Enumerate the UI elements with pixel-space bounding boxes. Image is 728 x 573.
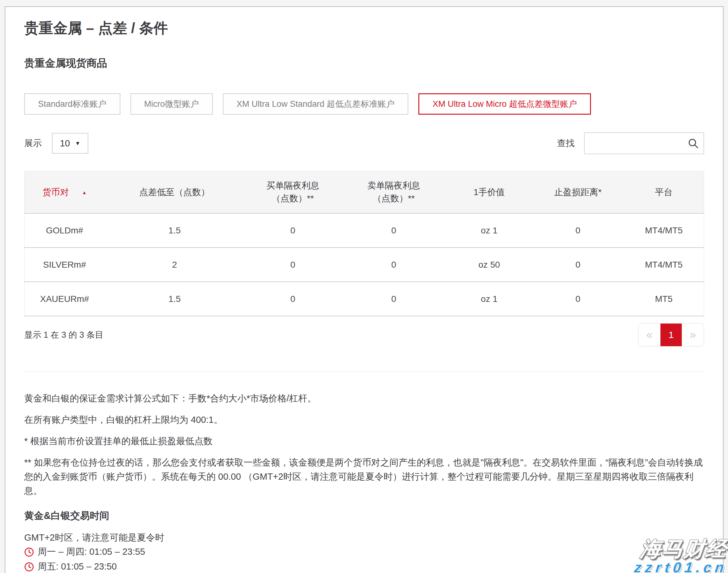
cell-spread: 1.5: [105, 282, 245, 316]
table-row: SILVERm# 2 0 0 oz 50 0 MT4/MT5: [25, 248, 704, 282]
tab-ultra-low-micro[interactable]: XM Ultra Low Micro 超低点差微型账户: [419, 93, 591, 115]
pagination-page-1-button[interactable]: 1: [661, 323, 682, 346]
cell-stop-level: 0: [532, 213, 624, 248]
show-entries-label: 展示: [24, 137, 42, 149]
cell-stop-level: 0: [532, 282, 624, 316]
tab-micro[interactable]: Micro微型账户: [131, 93, 213, 115]
page-size-value: 10: [60, 138, 70, 149]
page-subtitle: 贵重金属现货商品: [24, 58, 704, 68]
pagination-next-button[interactable]: »: [682, 323, 704, 346]
search-icon[interactable]: [687, 137, 699, 149]
page-title: 贵重金属 – 点差 / 条件: [24, 7, 704, 35]
cell-stop-level: 0: [532, 248, 624, 282]
clock-icon: [24, 562, 34, 572]
column-header-symbol-label: 货币对: [42, 187, 69, 197]
chevron-down-icon: ▼: [75, 141, 81, 146]
tab-ultra-low-standard[interactable]: XM Ultra Low Standard 超低点差标准账户: [223, 93, 408, 115]
cell-platform: MT5: [624, 282, 704, 316]
site-watermark: 海马财经 zzrt01.cn: [634, 538, 727, 573]
cell-swap-short: 0: [341, 248, 446, 282]
clock-icon: [24, 547, 34, 557]
cell-platform: MT4/MT5: [624, 213, 704, 248]
note-swap-explanation: ** 如果您有仓位持仓过夜的话，那么您会支付或者获取一些金额，该金额便是两个货币…: [24, 456, 704, 498]
column-header-symbol[interactable]: 货币对▲: [25, 171, 105, 214]
entries-info: 显示 1 在 3 的 3 条目: [24, 329, 103, 341]
cell-platform: MT4/MT5: [624, 248, 704, 282]
table-controls: 展示 10 ▼ 查找: [24, 132, 704, 154]
page-size-select[interactable]: 10 ▼: [52, 133, 88, 154]
table-row: GOLDm# 1.5 0 0 oz 1 0 MT4/MT5: [25, 213, 704, 248]
trading-hours-friday-label: 周五: 01:05 – 23:50: [38, 561, 117, 573]
account-type-tabs: Standard标准账户 Micro微型账户 XM Ultra Low Stan…: [24, 93, 704, 115]
note-stop-level: * 根据当前市价设置挂单的最低止损盈最低点数: [24, 434, 704, 448]
trading-hours-mon-thu: 周一 – 周四: 01:05 – 23:55: [24, 546, 704, 558]
cell-swap-long: 0: [245, 282, 341, 316]
watermark-name: 海马财经: [633, 538, 728, 560]
search-box: [584, 132, 704, 154]
table-row: XAUEURm# 1.5 0 0 oz 1 0 MT5: [25, 282, 704, 316]
tab-standard[interactable]: Standard标准账户: [24, 93, 120, 115]
section-divider: [24, 372, 704, 372]
search-label: 查找: [557, 137, 575, 149]
note-margin-formula: 黄金和白银的保证金需求计算公式如下：手数*合约大小*市场价格/杠杆。: [24, 392, 704, 406]
pagination-prev-button[interactable]: «: [638, 323, 661, 346]
spreads-table: 货币对▲ 点差低至（点数） 买单隔夜利息 （点数）** 卖单隔夜利息 （点数）*…: [24, 171, 704, 316]
cell-symbol: SILVERm#: [25, 248, 105, 282]
trading-hours-heading: 黄金&白银交易时间: [24, 509, 704, 522]
pagination: « 1 »: [638, 323, 704, 347]
cell-lot-value: oz 1: [446, 213, 532, 248]
cell-symbol: GOLDm#: [25, 213, 105, 248]
search-input[interactable]: [585, 133, 703, 154]
table-footer: 显示 1 在 3 的 3 条目 « 1 »: [24, 323, 704, 347]
column-header-spread[interactable]: 点差低至（点数）: [105, 171, 245, 214]
watermark-site: zzrt01.cn: [634, 560, 728, 573]
timezone-note: GMT+2时区，请注意可能是夏令时: [24, 532, 704, 544]
cell-lot-value: oz 1: [446, 282, 532, 316]
cell-swap-long: 0: [245, 248, 341, 282]
column-header-lot-value[interactable]: 1手价值: [446, 171, 532, 214]
cell-symbol: XAUEURm#: [25, 282, 105, 316]
cell-swap-short: 0: [341, 282, 446, 316]
cell-swap-long: 0: [245, 213, 341, 248]
table-header-row: 货币对▲ 点差低至（点数） 买单隔夜利息 （点数）** 卖单隔夜利息 （点数）*…: [25, 171, 704, 214]
cell-swap-short: 0: [341, 213, 446, 248]
cell-spread: 1.5: [105, 213, 245, 248]
column-header-platform[interactable]: 平台: [624, 171, 704, 214]
column-header-stop-level[interactable]: 止盈损距离*: [532, 171, 624, 214]
note-silver-leverage: 在所有账户类型中，白银的杠杆上限均为 400:1。: [24, 413, 704, 427]
trading-hours-friday: 周五: 01:05 – 23:50: [24, 561, 704, 573]
column-header-swap-long[interactable]: 买单隔夜利息 （点数）**: [245, 171, 341, 214]
column-header-swap-short[interactable]: 卖单隔夜利息 （点数）**: [341, 171, 446, 214]
trading-hours-mon-thu-label: 周一 – 周四: 01:05 – 23:55: [38, 546, 145, 558]
cell-lot-value: oz 50: [446, 248, 532, 282]
cell-spread: 2: [105, 248, 245, 282]
sort-ascending-icon: ▲: [82, 190, 87, 195]
content-panel: 贵重金属 – 点差 / 条件 贵重金属现货商品 Standard标准账户 Mic…: [5, 6, 724, 573]
notes-section: 黄金和白银的保证金需求计算公式如下：手数*合约大小*市场价格/杠杆。 在所有账户…: [24, 392, 704, 498]
